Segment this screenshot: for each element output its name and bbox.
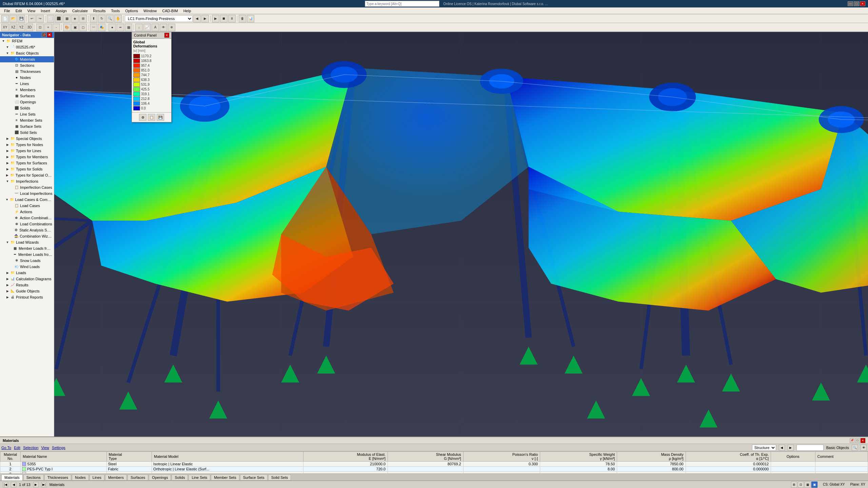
tab-members[interactable]: Members [105, 474, 127, 481]
nav-root-rfem[interactable]: ▼ 📁 RFEM [0, 38, 54, 44]
tab-surfaces[interactable]: Surfaces [127, 474, 148, 481]
maximize-button[interactable]: □ [854, 1, 859, 6]
tab-materials[interactable]: Materials [1, 474, 23, 481]
lc-dropdown[interactable]: LC1 Form-Finding Prestress [125, 15, 193, 22]
control-panel-header[interactable]: Control Panel ✕ [132, 32, 171, 39]
surface-vis-btn[interactable]: ▦ [125, 24, 132, 31]
wireframe-btn[interactable]: ▣ [71, 24, 79, 31]
nav-types-special[interactable]: ▶ 📁 Types for Special Objects [0, 172, 54, 178]
nav-static-analysis[interactable]: ⚙ Static Analysis Settings [0, 227, 54, 233]
bottom-panel-max-btn[interactable]: □ [855, 438, 860, 443]
view-btn2[interactable]: ⬛ [55, 15, 62, 22]
tab-nodes[interactable]: Nodes [72, 474, 89, 481]
prev-lc-btn[interactable]: ◀ [193, 15, 201, 22]
nav-actions[interactable]: ⚡ Actions [0, 209, 54, 215]
nav-load-cases-combo[interactable]: ▼ 📁 Load Cases & Combinations [0, 197, 54, 203]
nav-combo-wizards[interactable]: 🧙 Combination Wizards [0, 233, 54, 239]
view-btn1[interactable]: ⬜ [47, 15, 54, 22]
view-xz-btn[interactable]: XZ [9, 24, 17, 31]
pan-btn[interactable]: ✋ [114, 15, 122, 22]
view-btn4[interactable]: ◈ [71, 15, 79, 22]
nav-sections[interactable]: ⊡ Sections [0, 62, 54, 68]
view-icon-1[interactable]: ⊞ [791, 482, 797, 488]
calc-btn3[interactable]: ⏸ [228, 15, 236, 22]
nav-types-nodes[interactable]: ▶ 📁 Types for Nodes [0, 142, 54, 148]
view-btn5[interactable]: ⊞ [79, 15, 87, 22]
nav-local-imperfections[interactable]: 〰 Local Imperfections [0, 190, 54, 197]
menu-options[interactable]: Options [122, 8, 141, 14]
nav-types-surfaces[interactable]: ▶ 📁 Types for Surfaces [0, 160, 54, 166]
scale-export-btn[interactable]: 💾 [157, 114, 164, 121]
structure-select[interactable]: Structure [752, 445, 776, 451]
table-row[interactable]: 2 PES-PVC Typ I Fabric Orthotropic | Lin… [0, 467, 868, 472]
nav-calc-diagrams[interactable]: ▶ 📊 Calculation Diagrams [0, 276, 54, 282]
tab-surface-sets[interactable]: Surface Sets [240, 474, 268, 481]
calc-btn2[interactable]: ⏹ [220, 15, 228, 22]
node-vis-btn[interactable]: ● [108, 24, 116, 31]
menu-edit[interactable]: Edit [13, 8, 25, 14]
selection-label[interactable]: Selection [23, 446, 38, 450]
nav-special-objects[interactable]: ▶ 📁 Special Objects [0, 136, 54, 142]
bottom-panel-pin-btn[interactable]: 📌 [850, 438, 854, 443]
member-vis-btn[interactable]: ━ [117, 24, 124, 31]
zoom-btn[interactable]: 🔍 [106, 15, 114, 22]
nav-expand-materials[interactable] [9, 57, 14, 61]
nav-pin-btn[interactable]: 📌 [42, 33, 46, 37]
tab-openings[interactable]: Openings [149, 474, 171, 481]
menu-window[interactable]: Window [141, 8, 159, 14]
nav-load-wizards[interactable]: ▼ 📁 Load Wizards [0, 239, 54, 245]
nav-expand-project[interactable]: ▼ [5, 45, 9, 49]
next-lc-btn[interactable]: ▶ [201, 15, 209, 22]
page-nav-next[interactable]: ▶ [33, 482, 39, 487]
nav-types-members[interactable]: ▶ 📁 Types for Members [0, 154, 54, 160]
open-btn[interactable]: 📂 [9, 15, 17, 22]
menu-tools[interactable]: Tools [108, 8, 122, 14]
result-vis-btn[interactable]: 📈 [143, 24, 151, 31]
nav-members[interactable]: ≡ Members [0, 87, 54, 93]
tab-thicknesses[interactable]: Thicknesses [44, 474, 71, 481]
tab-sections[interactable]: Sections [23, 474, 44, 481]
nav-prev-btn[interactable]: ◀ [779, 445, 785, 451]
nav-expand-special[interactable]: ▶ [5, 137, 9, 141]
hidden-btn[interactable]: ◻ [79, 24, 87, 31]
viewport-3d[interactable]: CS: Global XY Plane: XY Control Panel ✕ … [54, 32, 868, 436]
nav-imperfection-cases[interactable]: 📋 Imperfection Cases [0, 184, 54, 190]
nav-surface-sets[interactable]: ▦ Surface Sets [0, 123, 54, 129]
label-vis-btn[interactable]: A [152, 24, 159, 31]
nav-snow-loads[interactable]: ❄ Snow Loads [0, 258, 54, 264]
edit-label[interactable]: Edit [14, 446, 20, 450]
menu-cad-bim[interactable]: CAD-BIM [159, 8, 180, 14]
page-nav-last[interactable]: ▶| [41, 482, 47, 487]
scale-settings-btn[interactable]: ⚙ [139, 114, 146, 121]
nav-load-combinations[interactable]: ⊕ Load Combinations [0, 221, 54, 227]
nav-types-solids[interactable]: ▶ 📁 Types for Solids [0, 166, 54, 172]
nav-thicknesses[interactable]: ▤ Thicknesses [0, 68, 54, 75]
menu-view[interactable]: View [25, 8, 38, 14]
view-toggle-btn[interactable]: 👁 [861, 445, 867, 451]
nav-solid-sets[interactable]: ⬛ Solid Sets [0, 129, 54, 136]
tab-solids[interactable]: Solids [172, 474, 188, 481]
nav-load-cases[interactable]: 📋 Load Cases [0, 203, 54, 209]
nav-close-btn[interactable]: ✕ [47, 33, 52, 37]
undo-btn[interactable]: ↩ [28, 15, 36, 22]
menu-calculate[interactable]: Calculate [70, 8, 91, 14]
nav-next-btn[interactable]: ▶ [788, 445, 794, 451]
nav-basic-objects[interactable]: ▼ 📁 Basic Objects [0, 50, 54, 56]
hide-btn[interactable]: 👁 [160, 24, 167, 31]
view-label[interactable]: View [41, 446, 49, 450]
menu-help[interactable]: Help [181, 8, 194, 14]
render-btn[interactable]: 🎨 [63, 24, 71, 31]
delete-btn[interactable]: 🗑 [239, 15, 246, 22]
view-icon-3[interactable]: ▦ [805, 482, 811, 488]
tab-solid-sets[interactable]: Solid Sets [268, 474, 291, 481]
load-vis-btn[interactable]: ↓ [135, 24, 143, 31]
menu-insert[interactable]: Insert [38, 8, 53, 14]
nav-loads[interactable]: ▶ 📁 Loads [0, 270, 54, 276]
goto-label[interactable]: Go To [1, 446, 11, 450]
deform-btn[interactable]: 〰 [90, 24, 97, 31]
nav-expand-basic[interactable]: ▼ [5, 51, 9, 55]
nav-surfaces[interactable]: ▦ Surfaces [0, 93, 54, 99]
select-btn[interactable]: ⬆ [90, 15, 97, 22]
nav-free-line-load[interactable]: ━ Member Loads from Free Line Load [0, 251, 54, 258]
page-nav-prev[interactable]: ◀ [11, 482, 16, 487]
